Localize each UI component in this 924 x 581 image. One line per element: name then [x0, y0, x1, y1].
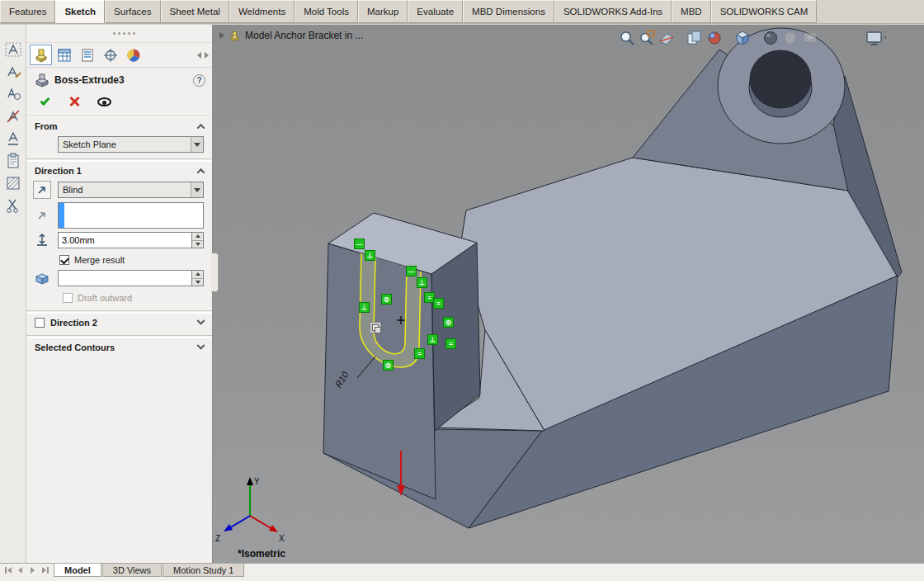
ribbon-tab-sheet-metal[interactable]: Sheet Metal — [161, 0, 229, 23]
zoom-fit-icon[interactable] — [617, 29, 637, 47]
tab-motion-study-1[interactable]: Motion Study 1 — [163, 564, 244, 577]
sketch-relation-icon[interactable]: — — [406, 266, 417, 276]
configurations-tab-icon — [80, 48, 95, 63]
section-view-icon[interactable] — [657, 29, 676, 47]
tab-model[interactable]: Model — [54, 564, 101, 577]
panel-splitter-handle[interactable] — [211, 253, 219, 292]
draft-angle-stepper[interactable] — [191, 270, 204, 286]
ribbon-tab-sketch[interactable]: Sketch — [55, 0, 105, 23]
no-text-icon[interactable] — [2, 106, 24, 126]
coincident-relation-icon[interactable] — [370, 322, 381, 333]
note-icon[interactable] — [2, 40, 24, 59]
sketch-relation-icon[interactable]: ◎ — [381, 294, 392, 305]
group-header-from[interactable]: From — [26, 116, 212, 135]
start-condition-select[interactable]: Sketch Plane — [58, 136, 204, 153]
sketch-relation-icon[interactable]: — — [354, 239, 365, 249]
cancel-button[interactable] — [66, 94, 82, 109]
ribbon-tab-markup[interactable]: Markup — [358, 0, 408, 23]
sketch-relation-icon[interactable]: ⊥ — [365, 250, 375, 261]
tab-feature-manager[interactable] — [53, 45, 75, 65]
abc-underline-icon[interactable] — [2, 129, 24, 149]
ribbon-tab-surfaces[interactable]: Surfaces — [105, 0, 160, 23]
zoom-area-icon[interactable] — [637, 29, 657, 47]
ribbon-tab-features[interactable]: Features — [0, 0, 55, 23]
group-header-direction1[interactable]: Direction 1 — [26, 161, 212, 179]
group-header-selected-contours[interactable]: Selected Contours — [26, 338, 212, 356]
merge-result-label: Merge result — [74, 255, 125, 265]
ok-button[interactable] — [36, 94, 53, 109]
ribbon-tab-evaluate[interactable]: Evaluate — [408, 0, 463, 23]
pm-action-row — [26, 91, 212, 116]
property-manager-panel: Boss-Extrude3 ? From Sketch Plane Direct… — [26, 25, 213, 563]
depth-stepper[interactable] — [191, 232, 204, 248]
draft-outward-label: Draft outward — [78, 293, 132, 303]
tab-3d-views[interactable]: 3D Views — [102, 564, 162, 577]
draft-outward-checkbox[interactable] — [63, 293, 73, 303]
tab-property-manager[interactable] — [30, 45, 52, 65]
ribbon-tab-mold-tools[interactable]: Mold Tools — [295, 0, 358, 23]
hatch-icon[interactable] — [2, 173, 24, 193]
trim-icon[interactable] — [2, 196, 24, 215]
first-tab-button[interactable] — [2, 565, 13, 576]
display-style-icon[interactable] — [761, 29, 780, 47]
selection-highlight — [59, 203, 64, 228]
reverse-direction-icon — [36, 184, 48, 196]
triad-x-label: X — [279, 534, 285, 543]
help-icon[interactable]: ? — [193, 74, 205, 87]
end-condition-select[interactable]: Blind — [58, 182, 204, 198]
triad-z-label: Z — [215, 534, 220, 543]
sketch-relation-icon[interactable]: ◎ — [383, 360, 394, 371]
visibility-icon[interactable] — [800, 29, 820, 47]
clipboard-icon[interactable] — [2, 151, 24, 171]
sketch-relation-icon[interactable]: = — [433, 298, 444, 309]
depth-input[interactable] — [58, 232, 191, 248]
breadcrumb-text[interactable]: Model Anchor Bracket in ... — [245, 30, 363, 41]
panel-grip[interactable] — [26, 25, 212, 43]
merge-result-checkbox[interactable] — [59, 255, 69, 265]
edit-appearance-icon[interactable] — [705, 29, 724, 47]
panel-tab-scroll-left-icon[interactable] — [197, 52, 201, 59]
display-manager-tab-icon — [126, 48, 141, 63]
part-icon — [229, 31, 240, 41]
ribbon-tab-mbd-dimensions[interactable]: MBD Dimensions — [463, 0, 554, 23]
ribbon-tab-mbd[interactable]: MBD — [672, 0, 711, 23]
tab-dimxpert-manager[interactable] — [99, 45, 121, 65]
previous-tab-button[interactable] — [15, 565, 26, 576]
dropdown-button[interactable] — [191, 137, 203, 152]
eye-icon — [97, 97, 111, 106]
hide-show-items-icon[interactable] — [685, 29, 705, 47]
sketch-relation-icon[interactable]: = — [446, 338, 456, 349]
ribbon-tab-bar: Features Sketch Surfaces Sheet Metal Wel… — [0, 0, 924, 24]
end-condition-value: Blind — [63, 185, 82, 195]
last-tab-button[interactable] — [40, 565, 50, 576]
sketch-relation-icon[interactable]: ◎ — [443, 317, 454, 328]
linked-note-icon[interactable] — [2, 62, 24, 82]
dropdown-button[interactable] — [191, 182, 203, 197]
ribbon-tab-solidworks-addins[interactable]: SOLIDWORKS Add-Ins — [554, 0, 672, 23]
screen-icon[interactable] — [866, 29, 886, 47]
next-tab-button[interactable] — [27, 565, 38, 576]
sketch-relation-icon[interactable]: = — [414, 348, 425, 359]
ribbon-tab-weldments[interactable]: Weldments — [229, 0, 295, 23]
draft-angle-input[interactable] — [58, 270, 191, 286]
view-orientation-icon[interactable] — [780, 29, 800, 47]
direction2-checkbox[interactable] — [35, 318, 45, 328]
panel-tab-strip — [26, 43, 212, 68]
preview-button[interactable] — [96, 94, 112, 109]
sketch-relation-icon[interactable]: ⊥ — [427, 334, 438, 345]
panel-tab-scroll-right-icon[interactable] — [205, 52, 209, 59]
tab-display-manager[interactable] — [122, 45, 144, 65]
sketch-relation-icon[interactable]: ⊥ — [417, 277, 427, 288]
grip-dots-icon — [113, 32, 116, 35]
apply-scene-icon[interactable] — [733, 29, 752, 47]
reverse-direction-button[interactable] — [33, 181, 51, 199]
direction-reference-box[interactable] — [58, 202, 204, 229]
tab-configuration-manager[interactable] — [76, 45, 98, 65]
hub-hole[interactable] — [750, 50, 811, 108]
breadcrumb-expand-icon[interactable] — [219, 32, 224, 39]
ribbon-tab-solidworks-cam[interactable]: SOLIDWORKS CAM — [711, 0, 818, 23]
group-header-direction2[interactable]: Direction 2 — [26, 313, 212, 331]
sketch-relation-icon[interactable]: ⊥ — [359, 302, 370, 313]
graphics-area[interactable]: Model Anchor Bracket in ... — ⊥ — ⊥ = = … — [213, 25, 924, 563]
balloon-icon[interactable] — [2, 84, 24, 104]
